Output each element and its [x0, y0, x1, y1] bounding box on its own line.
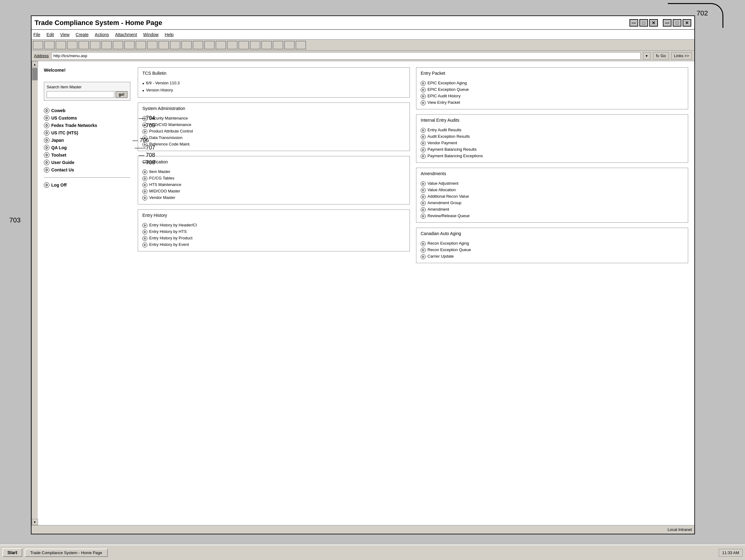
menu-window[interactable]: Window [143, 32, 159, 37]
toolbar-btn-8[interactable] [113, 41, 123, 50]
classification-item-2[interactable]: D FC/CG Tables [142, 175, 405, 182]
caa-item-1[interactable]: D Recon Exception Aging [421, 240, 684, 247]
toolbar-btn-15[interactable] [193, 41, 203, 50]
nav-coweb[interactable]: D Coweb [44, 107, 130, 114]
toolbar-btn-5[interactable] [78, 41, 89, 50]
toolbar-btn-6[interactable] [90, 41, 100, 50]
start-button[interactable]: Start [2, 548, 22, 557]
iea-icon-1: D [421, 128, 426, 133]
toolbar-btn-13[interactable] [170, 41, 181, 50]
menu-view[interactable]: View [60, 32, 69, 37]
address-input[interactable] [51, 52, 641, 60]
iea-item-3[interactable]: D Vendor Payment [421, 140, 684, 146]
scroll-down-arrow[interactable]: ▼ [32, 519, 38, 525]
system-admin-item-2[interactable]: D ADD/CVD Maintenance [142, 122, 405, 128]
toolbar-btn-11[interactable] [147, 41, 158, 50]
toolbar-btn-3[interactable] [56, 41, 66, 50]
classification-item-1[interactable]: D Item Master [142, 169, 405, 175]
nav-us-itc[interactable]: D US ITC (HTS) [44, 129, 130, 136]
class-icon-4: D [142, 189, 147, 194]
nav-contact-us[interactable]: D Contact Us [44, 166, 130, 174]
classification-title: Classification [142, 159, 405, 166]
classification-item-4[interactable]: D MID/COO Master [142, 188, 405, 195]
amd-icon-5: D [421, 207, 426, 212]
toolbar-btn-2[interactable] [44, 41, 55, 50]
caa-item-2[interactable]: D Recon Exception Queue [421, 247, 684, 253]
restore-button[interactable]: □ [639, 19, 648, 27]
entry-packet-item-2[interactable]: D EPIC Exception Queue [421, 87, 684, 93]
amendments-box: Amendments D Value Adjustment D Value Al… [416, 168, 688, 223]
system-admin-item-4[interactable]: D Data Transmission [142, 135, 405, 141]
toolbar-btn-14[interactable] [181, 41, 192, 50]
toolbar-btn-24[interactable] [296, 41, 306, 50]
toolbar-btn-7[interactable] [101, 41, 112, 50]
system-admin-item-5[interactable]: D Reference Code Maint. [142, 141, 405, 147]
iea-item-5[interactable]: D Payment Balancing Exceptions [421, 153, 684, 159]
left-column: Welcome! Search Item Master go! D Coweb [44, 67, 130, 519]
address-dropdown[interactable]: ▼ [643, 52, 650, 60]
toolbar-btn-19[interactable] [238, 41, 249, 50]
classification-item-3[interactable]: D HTS Maintenance [142, 182, 405, 188]
menu-file[interactable]: File [33, 32, 40, 37]
nav-japan[interactable]: D Japan [44, 136, 64, 144]
amendments-item-3[interactable]: D Additional Recon Value [421, 193, 684, 200]
menu-attachment[interactable]: Attachment [115, 32, 137, 37]
entry-history-item-2[interactable]: D Entry History by HTS [142, 229, 405, 235]
amendments-item-5[interactable]: D Amendment [421, 206, 684, 213]
close-button[interactable]: ✕ [649, 19, 658, 27]
toolbar-btn-20[interactable] [250, 41, 260, 50]
toolbar-btn-23[interactable] [284, 41, 295, 50]
toolbar-btn-17[interactable] [216, 41, 226, 50]
system-admin-item-3[interactable]: D Product Attribute Control [142, 128, 405, 135]
caa-item-3[interactable]: D Carrier Update [421, 253, 684, 260]
entry-packet-item-1[interactable]: D EPIC Exception Aging [421, 80, 684, 87]
toolbar-btn-1[interactable] [33, 41, 43, 50]
entry-packet-item-3[interactable]: D EPIC Audit History [421, 93, 684, 99]
amendments-item-2[interactable]: D Value Allocation [421, 187, 684, 193]
nav-log-off[interactable]: D Log Off [44, 181, 130, 189]
class-icon-2: D [142, 176, 147, 181]
toolbar-btn-12[interactable] [158, 41, 169, 50]
search-input[interactable] [46, 91, 114, 98]
toolbar-btn-16[interactable] [204, 41, 215, 50]
entry-packet-item-4[interactable]: D View Entry Packet [421, 99, 684, 106]
scroll-thumb[interactable] [32, 68, 38, 80]
close-button-2[interactable]: ✕ [683, 19, 691, 27]
entry-history-item-4[interactable]: D Entry History by Event [142, 241, 405, 248]
amendments-item-4[interactable]: D Amendment Group [421, 200, 684, 206]
amendments-item-6[interactable]: D Review/Release Queue [421, 213, 684, 219]
iea-item-1[interactable]: D Entry Audit Results [421, 127, 684, 133]
nav-us-customs[interactable]: D US Customs [44, 114, 77, 122]
menu-create[interactable]: Create [76, 32, 89, 37]
caa-icon-1: D [421, 241, 426, 246]
nav-qa-log[interactable]: D QA Log [44, 144, 67, 151]
menu-help[interactable]: Help [165, 32, 173, 37]
nav-user-guide[interactable]: D User Guide [44, 159, 74, 166]
iea-item-4[interactable]: D Payment Balancing Results [421, 146, 684, 153]
menu-edit[interactable]: Edit [46, 32, 54, 37]
toolbar-btn-4[interactable] [67, 41, 77, 50]
classification-item-5[interactable]: D Vendor Master [142, 195, 405, 201]
toolbar-btn-21[interactable] [261, 41, 272, 50]
toolbar-btn-10[interactable] [136, 41, 146, 50]
search-go-button[interactable]: go! [116, 91, 128, 98]
scroll-up-arrow[interactable]: ▲ [32, 61, 38, 67]
toolbar-btn-18[interactable] [227, 41, 237, 50]
iea-item-2[interactable]: D Audit Exception Results [421, 133, 684, 140]
go-button[interactable]: ↻ Go [653, 52, 669, 60]
minimize-button[interactable]: — [629, 19, 638, 27]
entry-history-item-3[interactable]: D Entry History by Product [142, 235, 405, 241]
taskbar-window-button[interactable]: Trade Compliance System - Home Page [25, 549, 108, 557]
system-admin-item-1[interactable]: D Security Maintenance [142, 115, 405, 122]
nav-fedex[interactable]: D Fedex Trade Networks [44, 122, 97, 129]
minimize-button-2[interactable]: — [663, 19, 672, 27]
links-button[interactable]: Links >> [671, 52, 692, 60]
entry-history-item-1[interactable]: D Entry History by Header/CI [142, 222, 405, 229]
menu-actions[interactable]: Actions [95, 32, 109, 37]
toolbar-btn-22[interactable] [273, 41, 283, 50]
restore-button-2[interactable]: □ [673, 19, 681, 27]
amendments-item-1[interactable]: D Value Adjustment [421, 180, 684, 187]
nav-toolset[interactable]: D Toolset [44, 151, 66, 159]
toolbar-btn-9[interactable] [124, 41, 135, 50]
scrollbar-right[interactable]: ▲ ▼ [32, 61, 38, 525]
